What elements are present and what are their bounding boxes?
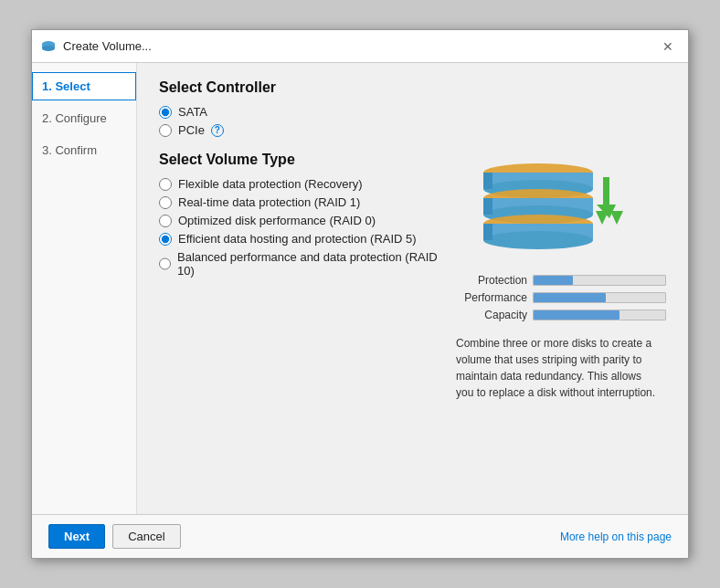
controller-title: Select Controller	[159, 79, 666, 96]
metric-capacity-bar-bg	[533, 310, 666, 320]
radio-optimized[interactable]	[159, 215, 172, 227]
radio-balanced[interactable]	[159, 257, 171, 270]
create-volume-dialog: Create Volume... ✕ 1. Select 2. Configur…	[31, 29, 689, 559]
radio-pcie[interactable]	[159, 124, 172, 137]
metric-capacity: Capacity	[456, 309, 666, 321]
metric-performance-bar-bg	[533, 292, 666, 303]
metric-performance-bar-fill	[534, 293, 606, 302]
dialog-body: 1. Select 2. Configure 3. Confirm Select…	[32, 63, 688, 514]
svg-rect-6	[483, 173, 492, 189]
radio-optimized-row: Optimized disk performance (RAID 0)	[159, 214, 438, 227]
close-button[interactable]: ✕	[657, 38, 679, 55]
radio-pcie-label[interactable]: PCIe	[178, 123, 205, 137]
controller-radio-group: SATA PCIe ?	[159, 105, 666, 137]
sidebar-item-confirm[interactable]: 3. Confirm	[32, 136, 136, 164]
radio-sata-row: SATA	[159, 105, 666, 119]
metric-performance: Performance	[456, 291, 666, 304]
radio-flexible-row: Flexible data protection (Recovery)	[159, 177, 438, 191]
radio-flexible-label[interactable]: Flexible data protection (Recovery)	[178, 177, 363, 191]
svg-rect-14	[483, 224, 492, 240]
dialog-icon	[41, 39, 56, 54]
svg-marker-16	[610, 184, 623, 225]
volume-type-title: Select Volume Type	[159, 152, 438, 168]
description-text: Combine three or more disks to create a …	[456, 335, 657, 401]
radio-flexible[interactable]	[159, 178, 172, 191]
metric-protection-label: Protection	[456, 274, 527, 287]
radio-efficient[interactable]	[159, 233, 172, 246]
raid-illustration	[456, 152, 648, 261]
metric-performance-label: Performance	[456, 291, 527, 304]
radio-optimized-label[interactable]: Optimized disk performance (RAID 0)	[178, 214, 376, 227]
radio-efficient-row: Efficient data hosting and protection (R…	[159, 232, 438, 246]
title-bar-left: Create Volume...	[41, 39, 152, 54]
svg-rect-10	[483, 198, 492, 215]
dialog-title: Create Volume...	[63, 39, 152, 53]
cancel-button[interactable]: Cancel	[112, 524, 180, 549]
svg-point-13	[483, 231, 593, 249]
sidebar-item-configure[interactable]: 2. Configure	[32, 104, 136, 132]
title-bar: Create Volume... ✕	[32, 30, 688, 63]
raid-svg	[461, 156, 643, 257]
left-panel: Select Volume Type Flexible data protect…	[159, 152, 438, 505]
next-button[interactable]: Next	[48, 524, 105, 549]
help-link[interactable]: More help on this page	[560, 530, 672, 543]
metric-capacity-bar-fill	[534, 310, 619, 320]
radio-realtime[interactable]	[159, 196, 172, 209]
radio-realtime-label[interactable]: Real-time data protection (RAID 1)	[178, 195, 360, 209]
volume-type-radio-group: Flexible data protection (Recovery) Real…	[159, 177, 438, 278]
radio-balanced-row: Balanced performance and data protection…	[159, 250, 438, 278]
radio-sata-label[interactable]: SATA	[178, 105, 207, 119]
radio-balanced-label[interactable]: Balanced performance and data protection…	[177, 250, 438, 278]
pcie-help-icon[interactable]: ?	[211, 124, 224, 137]
metric-protection-bar-bg	[533, 275, 666, 286]
right-panel: Protection Performance Cap	[456, 152, 666, 505]
radio-realtime-row: Real-time data protection (RAID 1)	[159, 195, 438, 209]
radio-pcie-row: PCIe ?	[159, 123, 666, 137]
sidebar-item-select[interactable]: 1. Select	[32, 72, 136, 100]
radio-sata[interactable]	[159, 106, 172, 119]
main-content: Select Controller SATA PCIe ?	[137, 63, 688, 514]
footer-left: Next Cancel	[48, 524, 181, 549]
content-row: Select Volume Type Flexible data protect…	[159, 152, 666, 505]
svg-point-2	[42, 46, 55, 51]
metric-protection-bar-fill	[534, 276, 573, 285]
sidebar: 1. Select 2. Configure 3. Confirm	[32, 63, 137, 514]
metrics-panel: Protection Performance Cap	[456, 274, 666, 326]
radio-efficient-label[interactable]: Efficient data hosting and protection (R…	[178, 232, 417, 246]
metric-capacity-label: Capacity	[456, 309, 527, 321]
footer: Next Cancel More help on this page	[32, 514, 688, 558]
metric-protection: Protection	[456, 274, 666, 287]
